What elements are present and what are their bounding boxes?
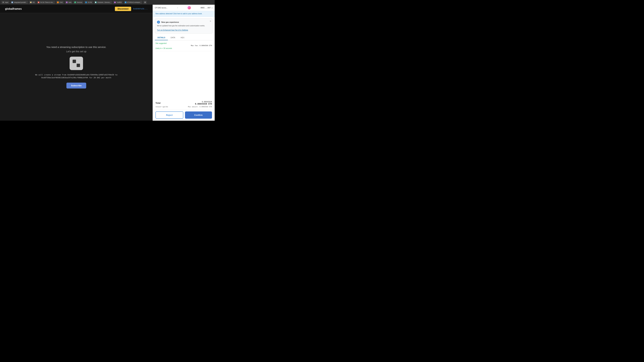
tab-hex[interactable]: HEX — [178, 35, 187, 40]
site-suggested-label: Site suggested — [156, 42, 212, 44]
od-tab-icon: 📁 — [30, 1, 32, 3]
app-icon — [70, 57, 83, 70]
gas-notice-close-button[interactable]: × — [210, 20, 211, 22]
total-values: 0.00045038 0.00045038 ETH — [195, 101, 212, 105]
icon-sq-4 — [77, 64, 80, 67]
subscription-line1: You need a streaming subscription to use… — [46, 45, 106, 49]
tab-bela[interactable]: b bela — [65, 1, 72, 4]
icon-sq-1 — [72, 60, 76, 63]
mm-avatar — [188, 6, 191, 9]
action-buttons: Reject Confirm — [153, 109, 215, 121]
tab-cmc[interactable]: 🔖 CMC — [56, 1, 64, 4]
max-amount-row: Max amount: 0.0004504 ETH — [188, 106, 212, 108]
mm-arrow-icon: › — [177, 6, 178, 9]
devices-tab-icon: 🔗 — [74, 1, 76, 3]
likely-time-label: Likely in < 30 seconds — [156, 47, 212, 49]
tab-integrated[interactable]: 📋 Integrated portabl... — [10, 1, 28, 4]
eth-tab-icon: ⬨ — [125, 1, 126, 3]
integrated-tab-icon: 📋 — [12, 1, 13, 3]
max-fee-row: Max fee: 0.0004504 ETH — [156, 44, 212, 46]
disconnect-button[interactable]: Disconnect — [115, 7, 131, 11]
trelleth-tab-icon: ◆ — [114, 1, 116, 3]
mm-account-label: CP DAO accou... — [155, 7, 168, 9]
tab-details[interactable]: DETAILS — [155, 35, 168, 40]
difm-tab-icon: ♪ — [85, 1, 87, 3]
tab-fix[interactable]: ▶ Fix for There Is No... — [37, 1, 55, 4]
gas-notice-panel: i New gas experience We've updated how g… — [155, 18, 213, 33]
subscribe-button[interactable]: Subscribe — [66, 83, 86, 88]
icon-sq-2 — [77, 60, 80, 63]
tab-data[interactable]: DATA — [168, 35, 178, 40]
site-header: globalframes Disconnect 0x6848fa56... — [0, 5, 152, 13]
total-eth-value: 0.00045038 ETH — [195, 103, 212, 105]
subscription-line2: Let's get this set up — [46, 50, 106, 53]
total-row: Total 0.00045038 0.00045038 ETH — [156, 101, 212, 105]
facturen-tab-icon: 📄 — [95, 1, 96, 3]
tab-od[interactable]: 📁 OD — [29, 1, 36, 4]
metamask-header: CP DAO accou... › OREE...097 ▸ — [153, 5, 215, 11]
detail-tabs: DETAILS DATA HEX — [155, 35, 213, 40]
section-divider — [156, 51, 212, 51]
main-content: You need a streaming subscription to use… — [0, 13, 152, 121]
tab-devices[interactable]: 🔗 Devices — [73, 1, 83, 4]
tab-trelleth[interactable]: ◆ TrellEth — [113, 1, 123, 4]
subscription-message: You need a streaming subscription to use… — [46, 45, 106, 53]
main-page: globalframes Disconnect 0x6848fa56... Yo… — [0, 5, 152, 121]
wallet-address-badge: 0x6848fa56... — [133, 8, 148, 10]
mm-address-short: OREE...097 ▸ — [200, 7, 213, 9]
gas-notice-title: New gas experience — [161, 21, 179, 23]
total-label: Total — [156, 102, 160, 104]
icon-sq-3 — [72, 64, 76, 67]
metamask-popup: CP DAO accou... › OREE...097 ▸ New addre… — [152, 5, 215, 121]
fix-tab-icon: ▶ — [38, 1, 40, 3]
gas-settings-link[interactable]: Turn on Enhanced Gas Fee UI in Settings — [157, 29, 188, 31]
site-logo: globalframes — [5, 7, 22, 10]
confirm-button[interactable]: Confirm — [185, 111, 212, 119]
gas-notice-body: We've updated how gas fee estimation and… — [157, 25, 210, 27]
header-right: Disconnect 0x6848fa56... — [115, 7, 148, 11]
gas-notice-header: i New gas experience — [157, 21, 210, 24]
app-icon-grid — [72, 60, 80, 67]
browser-chrome: A Apps 📋 Integrated portabl... 📁 OD ▶ Fi… — [0, 0, 215, 5]
total-value-line1: 0.00045038 — [195, 101, 212, 103]
max-fee-value: Max fee: 0.0004504 ETH — [191, 44, 212, 46]
tab-difm[interactable]: ♪ DI.FM — [84, 1, 93, 4]
apps-tab-icon: A — [2, 1, 4, 3]
bela-tab-icon: b — [66, 1, 68, 3]
reject-button[interactable]: Reject — [156, 111, 183, 119]
tab-facturen[interactable]: 📄 Facturen : Eenvou... — [94, 1, 112, 4]
stream-info-text: We will create a stream from 0x6848fa568… — [26, 73, 126, 79]
amount-gas-fee-label: Amount + gas fee — [156, 106, 168, 108]
total-section: Total 0.00045038 0.00045038 ETH Amount +… — [153, 101, 215, 109]
tab-more[interactable]: ≡ — [143, 1, 147, 4]
more-tab-icon: ≡ — [144, 1, 146, 3]
cmc-tab-icon: 🔖 — [57, 1, 59, 3]
address-detected-banner[interactable]: New address detected! Click here to add … — [153, 11, 215, 17]
gas-info-icon: i — [157, 21, 160, 24]
transaction-details: Site suggested Max fee: 0.0004504 ETH Li… — [153, 40, 215, 101]
tab-eth[interactable]: ⬨ ETH/DAO entrepre... — [124, 1, 142, 4]
tab-apps[interactable]: A Apps — [1, 1, 10, 4]
total-sub-row: Amount + gas fee Max amount: 0.0004504 E… — [156, 106, 212, 108]
